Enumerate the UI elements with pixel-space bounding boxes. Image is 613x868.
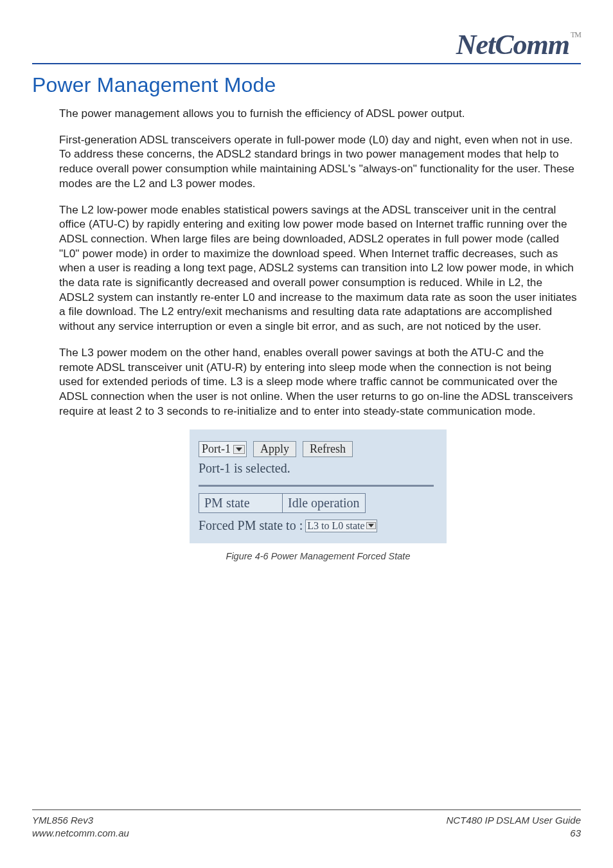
port-select-value: Port-1 xyxy=(202,442,231,456)
pm-state-label: PM state xyxy=(199,494,283,513)
chevron-down-icon xyxy=(233,445,245,454)
svg-marker-1 xyxy=(368,524,374,527)
forced-pm-value: L3 to L0 state xyxy=(307,520,364,532)
pm-state-table: PM state Idle operation xyxy=(199,493,366,513)
paragraph: The L2 low-power mode enables statistica… xyxy=(59,203,577,334)
footer-page-number: 63 xyxy=(446,827,581,840)
chevron-down-icon xyxy=(366,522,376,529)
page-footer: YML856 Rev3 www.netcomm.com.au NCT480 IP… xyxy=(32,809,581,840)
forced-pm-label: Forced PM state to : xyxy=(199,518,303,533)
page-title: Power Management Mode xyxy=(32,73,581,97)
paragraph: The power management allows you to furni… xyxy=(59,106,577,121)
svg-marker-0 xyxy=(236,448,242,451)
trademark: TM xyxy=(571,30,581,39)
paragraph: The L3 power modem on the other hand, en… xyxy=(59,345,577,419)
divider xyxy=(199,485,434,487)
figure-caption: Figure 4-6 Power Management Forced State xyxy=(59,551,577,561)
apply-button[interactable]: Apply xyxy=(253,441,296,457)
pm-state-value: Idle operation xyxy=(283,494,366,513)
body-text: The power management allows you to furni… xyxy=(32,106,581,561)
brand-name: NetComm xyxy=(456,29,569,60)
port-status-text: Port-1 is selected. xyxy=(199,461,434,476)
page-header: NetCommTM xyxy=(32,31,581,64)
footer-doc-rev: YML856 Rev3 xyxy=(32,814,129,827)
forced-pm-select[interactable]: L3 to L0 state xyxy=(305,520,377,532)
port-select[interactable]: Port-1 xyxy=(199,441,247,457)
refresh-button[interactable]: Refresh xyxy=(303,441,353,457)
figure-screenshot: Port-1 Apply Refresh Port-1 is selected.… xyxy=(190,429,447,543)
paragraph: First-generation ADSL transceivers opera… xyxy=(59,132,577,191)
footer-doc-title: NCT480 IP DSLAM User Guide xyxy=(446,814,581,827)
table-row: PM state Idle operation xyxy=(199,494,366,513)
brand-logo: NetCommTM xyxy=(456,31,581,59)
footer-url: www.netcomm.com.au xyxy=(32,827,129,840)
